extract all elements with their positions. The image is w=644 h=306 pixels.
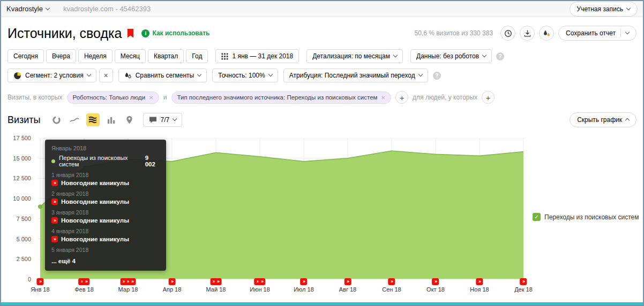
period-label: Месяц	[121, 52, 140, 60]
account-button[interactable]: Учетная запись	[570, 2, 638, 17]
comment-marker-icon[interactable]: »	[344, 278, 351, 285]
how-to-use-link[interactable]: Как использовать	[152, 29, 209, 37]
page-title: Источники, сводка	[8, 26, 122, 41]
chevron-up-icon	[625, 118, 630, 123]
x-axis-label: Май 18	[206, 286, 226, 293]
help-icon[interactable]: ?	[433, 72, 441, 80]
clock-icon	[504, 29, 512, 37]
line-chart-view-icon[interactable]	[68, 113, 81, 126]
period-label: Неделя	[84, 52, 107, 60]
chevron-down-icon[interactable]	[625, 30, 630, 34]
add-visit-filter-button[interactable]: +	[395, 91, 408, 104]
bottom-accent-bar	[1, 302, 643, 305]
period-yesterday-button[interactable]: Вчера	[46, 49, 76, 63]
comment-marker-icon[interactable]: »	[520, 278, 527, 285]
help-icon[interactable]: ?	[496, 52, 504, 60]
tooltip-more: ... ещё 4	[51, 258, 160, 264]
remove-chip-icon[interactable]: ×	[149, 94, 153, 102]
attribution-dropdown[interactable]: Атрибуция: Последний значимый переход	[283, 68, 428, 82]
chevron-down-icon	[626, 5, 631, 10]
period-quarter-button[interactable]: Квартал	[148, 49, 184, 63]
period-label: Квартал	[154, 52, 178, 60]
series-dot-icon	[51, 159, 55, 163]
filter-suffix: для людей, у которых	[413, 94, 477, 101]
legend-label: Переходы из поисковых систем	[544, 213, 639, 221]
accuracy-label: Точность: 100%	[218, 72, 265, 79]
tooltip-annotation-date: 4 января 2018	[51, 228, 160, 234]
chevron-down-icon	[268, 72, 272, 76]
period-year-button[interactable]: Год	[186, 49, 208, 63]
comment-marker-icon[interactable]: »	[129, 278, 136, 285]
chip-label: Роботность: Только люди	[73, 94, 146, 101]
accuracy-dropdown[interactable]: Точность: 100%	[212, 68, 278, 82]
export-button[interactable]	[520, 26, 535, 41]
save-report-button[interactable]: Сохранить отчет	[558, 26, 636, 41]
comment-marker-icon[interactable]: »	[259, 278, 266, 285]
x-axis-column: »Авг 18	[339, 278, 356, 293]
comment-marker-icon[interactable]: »	[215, 278, 222, 285]
segment-dropdown[interactable]: Сегмент: 2 условия	[8, 68, 96, 82]
hide-chart-button[interactable]: Скрыть график	[570, 112, 636, 127]
legend-item[interactable]: ✓ Переходы из поисковых систем	[533, 213, 639, 221]
x-axis-label: Янв 18	[31, 286, 49, 293]
hide-chart-label: Скрыть график	[577, 116, 622, 124]
comment-marker-icon[interactable]: »	[83, 278, 90, 285]
x-axis-column: »Сен 18	[382, 278, 401, 293]
tooltip-annotation: »Новогодние каникулы	[51, 217, 160, 224]
data-mode-dropdown[interactable]: Данные: без роботов	[410, 49, 492, 63]
history-button[interactable]	[500, 26, 515, 41]
account-button-label: Учетная запись	[577, 5, 623, 13]
tooltip-annotation-label: Новогодние каникулы	[61, 198, 129, 205]
add-people-filter-button[interactable]: +	[482, 91, 495, 104]
period-label: Сегодня	[13, 52, 38, 60]
period-today-button[interactable]: Сегодня	[8, 49, 44, 63]
y-axis-tick-label: 2 500	[16, 256, 31, 262]
date-range-button[interactable]: 1 янв — 31 дек 2018	[215, 49, 299, 63]
filter-chip-source[interactable]: Тип последнего значимого источника: Пере…	[171, 91, 392, 104]
chevron-down-icon	[393, 53, 398, 57]
detalization-dropdown[interactable]: Детализация: по месяцам	[306, 49, 403, 63]
comment-marker-icon[interactable]: »	[476, 278, 483, 285]
map-view-icon[interactable]	[123, 113, 136, 126]
chart-header: Визиты 7/7 Скрыть график	[8, 112, 636, 127]
stacked-area-view-icon[interactable]	[86, 113, 100, 126]
x-axis-label: Ноя 18	[470, 286, 489, 293]
counter-switcher[interactable]: Kvadrostyle	[6, 5, 49, 13]
comments-counter: 7/7	[161, 116, 170, 124]
pie-chart-view-icon[interactable]	[50, 113, 63, 126]
compare-segments-dropdown[interactable]: Сравнить сегменты	[118, 68, 207, 82]
chart-area: 02 5005 0007 50010 00012 50015 00017 500…	[8, 138, 636, 299]
report-actions: 50,6 % визитов из 330 383 Сохранить отче…	[414, 26, 636, 41]
comment-marker-icon[interactable]: »	[37, 278, 44, 285]
period-week-button[interactable]: Неделя	[78, 49, 113, 63]
y-axis: 02 5005 0007 50010 00012 50015 00017 500	[8, 138, 33, 279]
filter-chip-robots[interactable]: Роботность: Только люди ×	[67, 91, 159, 104]
x-axis-column: »»»Мар 18	[118, 278, 138, 293]
period-month-button[interactable]: Месяц	[115, 49, 146, 63]
comment-marker-icon[interactable]: »	[301, 278, 308, 285]
x-axis-label: Мар 18	[118, 286, 138, 293]
comment-marker-icon: »	[51, 236, 58, 242]
tooltip-annotation-date: 5 января 2018	[51, 247, 160, 253]
calendar-grid-icon	[221, 53, 228, 60]
segments-shortcut-button[interactable]	[539, 26, 554, 41]
legend-checkbox[interactable]: ✓	[533, 213, 541, 221]
x-axis-column: »Окт 18	[426, 278, 445, 293]
detalization-label: Детализация: по месяцам	[312, 52, 390, 60]
comment-marker-icon[interactable]: »	[432, 278, 439, 285]
x-axis-column: »»Май 18	[206, 278, 226, 293]
remove-chip-icon[interactable]: ×	[381, 94, 385, 102]
comment-marker-icon[interactable]: »	[168, 278, 175, 285]
x-axis-column: »Дек 18	[514, 278, 533, 293]
x-axis-column: »»Июн 18	[250, 278, 270, 293]
filter-prefix: Визиты, в которых	[8, 94, 63, 101]
bookmark-icon[interactable]	[127, 29, 134, 38]
comment-marker-icon[interactable]: »	[388, 278, 395, 285]
comments-button[interactable]: 7/7	[143, 113, 183, 127]
toolbar-row: Сегодня Вчера Неделя Месяц Квартал Год 1…	[8, 49, 636, 63]
clear-segment-button[interactable]: ×	[99, 68, 113, 82]
chevron-down-icon	[46, 5, 50, 10]
chevron-down-icon	[418, 72, 422, 76]
bar-chart-view-icon[interactable]	[104, 113, 118, 126]
x-axis-label: Дек 18	[514, 286, 533, 293]
